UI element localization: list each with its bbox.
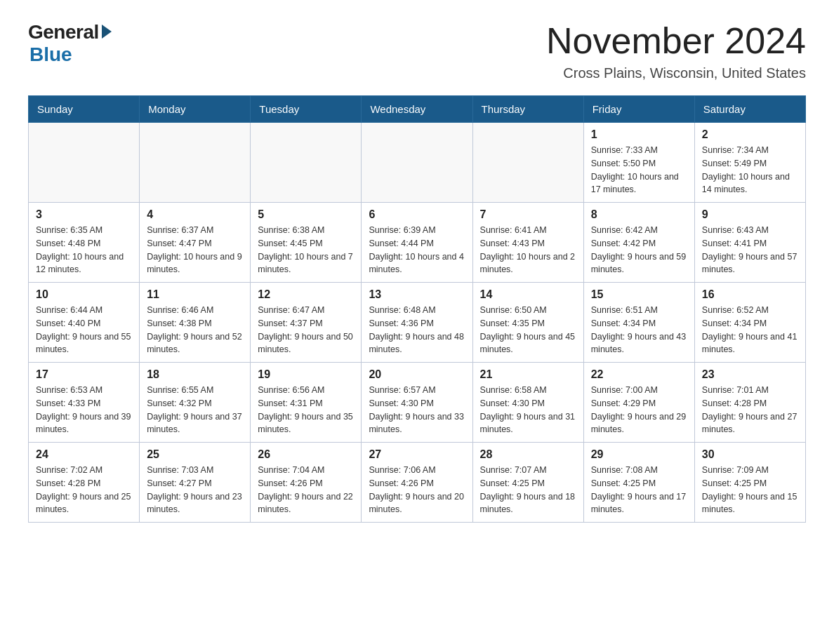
day-info: Sunrise: 7:09 AMSunset: 4:25 PMDaylight:… xyxy=(702,464,798,516)
calendar-cell: 8Sunrise: 6:42 AMSunset: 4:42 PMDaylight… xyxy=(583,203,694,283)
calendar-cell: 4Sunrise: 6:37 AMSunset: 4:47 PMDaylight… xyxy=(140,203,251,283)
calendar-week-2: 3Sunrise: 6:35 AMSunset: 4:48 PMDaylight… xyxy=(29,203,806,283)
calendar-cell: 6Sunrise: 6:39 AMSunset: 4:44 PMDaylight… xyxy=(362,203,472,283)
calendar-week-3: 10Sunrise: 6:44 AMSunset: 4:40 PMDayligh… xyxy=(29,283,806,363)
day-number: 19 xyxy=(258,368,354,381)
calendar-cell: 17Sunrise: 6:53 AMSunset: 4:33 PMDayligh… xyxy=(29,363,140,443)
day-info: Sunrise: 6:37 AMSunset: 4:47 PMDaylight:… xyxy=(147,224,243,276)
day-number: 25 xyxy=(147,448,243,461)
day-info: Sunrise: 6:50 AMSunset: 4:35 PMDaylight:… xyxy=(480,304,576,356)
day-number: 16 xyxy=(702,288,798,301)
day-number: 13 xyxy=(369,288,465,301)
calendar-header-thursday: Thursday xyxy=(472,96,583,123)
day-info: Sunrise: 6:48 AMSunset: 4:36 PMDaylight:… xyxy=(369,304,465,356)
day-number: 28 xyxy=(480,448,576,461)
day-info: Sunrise: 7:01 AMSunset: 4:28 PMDaylight:… xyxy=(702,384,798,436)
day-number: 29 xyxy=(591,448,687,461)
day-info: Sunrise: 6:47 AMSunset: 4:37 PMDaylight:… xyxy=(258,304,354,356)
day-info: Sunrise: 7:08 AMSunset: 4:25 PMDaylight:… xyxy=(591,464,687,516)
day-number: 30 xyxy=(702,448,798,461)
calendar-week-1: 1Sunrise: 7:33 AMSunset: 5:50 PMDaylight… xyxy=(29,123,806,203)
calendar-header-sunday: Sunday xyxy=(29,96,140,123)
calendar-cell: 14Sunrise: 6:50 AMSunset: 4:35 PMDayligh… xyxy=(472,283,583,363)
calendar-cell: 12Sunrise: 6:47 AMSunset: 4:37 PMDayligh… xyxy=(251,283,362,363)
calendar-cell: 3Sunrise: 6:35 AMSunset: 4:48 PMDaylight… xyxy=(29,203,140,283)
day-info: Sunrise: 7:04 AMSunset: 4:26 PMDaylight:… xyxy=(258,464,354,516)
calendar-cell: 15Sunrise: 6:51 AMSunset: 4:34 PMDayligh… xyxy=(583,283,694,363)
day-info: Sunrise: 6:35 AMSunset: 4:48 PMDaylight:… xyxy=(36,224,132,276)
day-number: 6 xyxy=(369,208,465,221)
day-number: 18 xyxy=(147,368,243,381)
day-number: 24 xyxy=(36,448,132,461)
calendar-cell: 28Sunrise: 7:07 AMSunset: 4:25 PMDayligh… xyxy=(472,443,583,523)
calendar-subtitle: Cross Plains, Wisconsin, United States xyxy=(546,65,806,81)
day-number: 22 xyxy=(591,368,687,381)
calendar-header-tuesday: Tuesday xyxy=(251,96,362,123)
calendar-cell: 16Sunrise: 6:52 AMSunset: 4:34 PMDayligh… xyxy=(694,283,805,363)
day-info: Sunrise: 7:02 AMSunset: 4:28 PMDaylight:… xyxy=(36,464,132,516)
calendar-cell: 22Sunrise: 7:00 AMSunset: 4:29 PMDayligh… xyxy=(583,363,694,443)
day-info: Sunrise: 6:38 AMSunset: 4:45 PMDaylight:… xyxy=(258,224,354,276)
calendar-cell: 9Sunrise: 6:43 AMSunset: 4:41 PMDaylight… xyxy=(694,203,805,283)
calendar-cell: 10Sunrise: 6:44 AMSunset: 4:40 PMDayligh… xyxy=(29,283,140,363)
calendar-cell: 18Sunrise: 6:55 AMSunset: 4:32 PMDayligh… xyxy=(140,363,251,443)
calendar-cell xyxy=(362,123,472,203)
day-info: Sunrise: 6:55 AMSunset: 4:32 PMDaylight:… xyxy=(147,384,243,436)
day-number: 23 xyxy=(702,368,798,381)
calendar-cell xyxy=(140,123,251,203)
day-info: Sunrise: 7:00 AMSunset: 4:29 PMDaylight:… xyxy=(591,384,687,436)
calendar-cell: 5Sunrise: 6:38 AMSunset: 4:45 PMDaylight… xyxy=(251,203,362,283)
calendar-cell: 29Sunrise: 7:08 AMSunset: 4:25 PMDayligh… xyxy=(583,443,694,523)
calendar-cell xyxy=(29,123,140,203)
day-number: 26 xyxy=(258,448,354,461)
day-info: Sunrise: 6:44 AMSunset: 4:40 PMDaylight:… xyxy=(36,304,132,356)
day-number: 12 xyxy=(258,288,354,301)
title-area: November 2024 Cross Plains, Wisconsin, U… xyxy=(546,21,806,81)
calendar-cell: 21Sunrise: 6:58 AMSunset: 4:30 PMDayligh… xyxy=(472,363,583,443)
day-number: 8 xyxy=(591,208,687,221)
calendar-cell: 2Sunrise: 7:34 AMSunset: 5:49 PMDaylight… xyxy=(694,123,805,203)
calendar-cell: 26Sunrise: 7:04 AMSunset: 4:26 PMDayligh… xyxy=(251,443,362,523)
logo-blue-text: Blue xyxy=(29,43,72,66)
day-number: 9 xyxy=(702,208,798,221)
day-info: Sunrise: 6:42 AMSunset: 4:42 PMDaylight:… xyxy=(591,224,687,276)
calendar-title: November 2024 xyxy=(546,21,806,61)
calendar-cell: 1Sunrise: 7:33 AMSunset: 5:50 PMDaylight… xyxy=(583,123,694,203)
day-number: 1 xyxy=(591,128,687,141)
day-info: Sunrise: 6:46 AMSunset: 4:38 PMDaylight:… xyxy=(147,304,243,356)
calendar-cell: 7Sunrise: 6:41 AMSunset: 4:43 PMDaylight… xyxy=(472,203,583,283)
day-number: 2 xyxy=(702,128,798,141)
calendar-cell: 13Sunrise: 6:48 AMSunset: 4:36 PMDayligh… xyxy=(362,283,472,363)
logo-arrow-icon xyxy=(102,25,112,39)
calendar-cell: 23Sunrise: 7:01 AMSunset: 4:28 PMDayligh… xyxy=(694,363,805,443)
calendar-header-wednesday: Wednesday xyxy=(362,96,472,123)
day-info: Sunrise: 6:56 AMSunset: 4:31 PMDaylight:… xyxy=(258,384,354,436)
day-info: Sunrise: 7:07 AMSunset: 4:25 PMDaylight:… xyxy=(480,464,576,516)
day-info: Sunrise: 6:53 AMSunset: 4:33 PMDaylight:… xyxy=(36,384,132,436)
calendar-week-4: 17Sunrise: 6:53 AMSunset: 4:33 PMDayligh… xyxy=(29,363,806,443)
day-info: Sunrise: 6:57 AMSunset: 4:30 PMDaylight:… xyxy=(369,384,465,436)
calendar-cell xyxy=(251,123,362,203)
day-info: Sunrise: 6:41 AMSunset: 4:43 PMDaylight:… xyxy=(480,224,576,276)
calendar-header-saturday: Saturday xyxy=(694,96,805,123)
day-number: 10 xyxy=(36,288,132,301)
calendar-cell: 25Sunrise: 7:03 AMSunset: 4:27 PMDayligh… xyxy=(140,443,251,523)
day-number: 3 xyxy=(36,208,132,221)
calendar-table: SundayMondayTuesdayWednesdayThursdayFrid… xyxy=(28,95,806,523)
calendar-cell: 30Sunrise: 7:09 AMSunset: 4:25 PMDayligh… xyxy=(694,443,805,523)
day-number: 5 xyxy=(258,208,354,221)
day-info: Sunrise: 7:06 AMSunset: 4:26 PMDaylight:… xyxy=(369,464,465,516)
day-number: 11 xyxy=(147,288,243,301)
calendar-cell: 24Sunrise: 7:02 AMSunset: 4:28 PMDayligh… xyxy=(29,443,140,523)
page-header: General Blue November 2024 Cross Plains,… xyxy=(28,21,806,81)
day-number: 7 xyxy=(480,208,576,221)
calendar-cell: 19Sunrise: 6:56 AMSunset: 4:31 PMDayligh… xyxy=(251,363,362,443)
day-number: 20 xyxy=(369,368,465,381)
day-number: 17 xyxy=(36,368,132,381)
day-number: 21 xyxy=(480,368,576,381)
day-number: 15 xyxy=(591,288,687,301)
day-info: Sunrise: 7:03 AMSunset: 4:27 PMDaylight:… xyxy=(147,464,243,516)
calendar-header-row: SundayMondayTuesdayWednesdayThursdayFrid… xyxy=(29,96,806,123)
day-info: Sunrise: 7:34 AMSunset: 5:49 PMDaylight:… xyxy=(702,144,798,196)
day-number: 27 xyxy=(369,448,465,461)
